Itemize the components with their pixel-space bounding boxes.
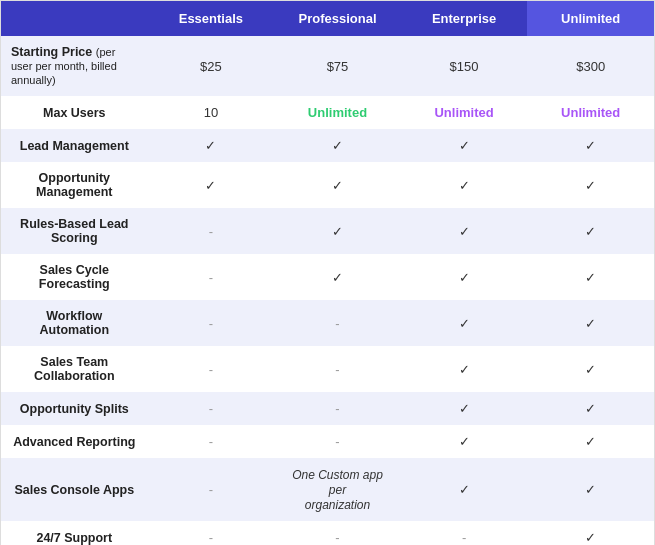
table-row: Workflow Automation--✓✓ [1,300,654,346]
header-enterprise: Enterprise [401,1,528,36]
essentials-cell: - [148,346,275,392]
table-row: Starting Price (per user per month, bill… [1,36,654,96]
professional-cell: - [274,392,401,425]
feature-cell: Starting Price (per user per month, bill… [1,36,148,96]
essentials-cell: - [148,208,275,254]
enterprise-cell: ✓ [401,346,528,392]
feature-cell: Rules-Based Lead Scoring [1,208,148,254]
header-feature-col [1,1,148,36]
header-professional: Professional [274,1,401,36]
enterprise-cell: ✓ [401,458,528,521]
table-row: Sales Console Apps-One Custom app perorg… [1,458,654,521]
feature-cell: Sales Cycle Forecasting [1,254,148,300]
essentials-cell: - [148,458,275,521]
enterprise-cell: ✓ [401,300,528,346]
enterprise-cell: ✓ [401,208,528,254]
table-row: Lead Management✓✓✓✓ [1,129,654,162]
professional-cell: - [274,300,401,346]
table-row: Sales Team Collaboration--✓✓ [1,346,654,392]
enterprise-cell: - [401,521,528,545]
enterprise-cell: ✓ [401,425,528,458]
unlimited-cell: ✓ [527,129,654,162]
unlimited-cell: ✓ [527,346,654,392]
professional-cell: - [274,521,401,545]
table-row: Opportunity Management✓✓✓✓ [1,162,654,208]
pricing-table: Essentials Professional Enterprise Unlim… [0,0,655,545]
essentials-cell: $25 [148,36,275,96]
enterprise-cell: $150 [401,36,528,96]
unlimited-cell: ✓ [527,254,654,300]
enterprise-cell: Unlimited [401,96,528,129]
table-row: 24/7 Support---✓ [1,521,654,545]
unlimited-cell: ✓ [527,392,654,425]
enterprise-cell: ✓ [401,162,528,208]
unlimited-cell: $300 [527,36,654,96]
table-row: Max Users10UnlimitedUnlimitedUnlimited [1,96,654,129]
header-essentials: Essentials [148,1,275,36]
essentials-cell: - [148,425,275,458]
table-row: Sales Cycle Forecasting-✓✓✓ [1,254,654,300]
enterprise-cell: ✓ [401,129,528,162]
feature-cell: 24/7 Support [1,521,148,545]
essentials-cell: - [148,392,275,425]
professional-cell: - [274,425,401,458]
professional-cell: Unlimited [274,96,401,129]
essentials-cell: - [148,300,275,346]
professional-cell: ✓ [274,208,401,254]
feature-cell: Sales Team Collaboration [1,346,148,392]
table-row: Opportunity Splits--✓✓ [1,392,654,425]
essentials-cell: ✓ [148,129,275,162]
professional-cell: - [274,346,401,392]
table-row: Advanced Reporting--✓✓ [1,425,654,458]
unlimited-cell: ✓ [527,208,654,254]
unlimited-cell: ✓ [527,425,654,458]
feature-cell: Opportunity Management [1,162,148,208]
unlimited-cell: Unlimited [527,96,654,129]
professional-cell: One Custom app perorganization [274,458,401,521]
unlimited-cell: ✓ [527,162,654,208]
feature-cell: Advanced Reporting [1,425,148,458]
feature-cell: Max Users [1,96,148,129]
feature-cell: Opportunity Splits [1,392,148,425]
essentials-cell: ✓ [148,162,275,208]
professional-cell: $75 [274,36,401,96]
essentials-cell: - [148,254,275,300]
essentials-cell: - [148,521,275,545]
professional-cell: ✓ [274,129,401,162]
unlimited-cell: ✓ [527,521,654,545]
professional-cell: ✓ [274,254,401,300]
enterprise-cell: ✓ [401,392,528,425]
essentials-cell: 10 [148,96,275,129]
table-row: Rules-Based Lead Scoring-✓✓✓ [1,208,654,254]
header-unlimited: Unlimited [527,1,654,36]
unlimited-cell: ✓ [527,458,654,521]
feature-cell: Workflow Automation [1,300,148,346]
professional-cell: ✓ [274,162,401,208]
enterprise-cell: ✓ [401,254,528,300]
feature-cell: Sales Console Apps [1,458,148,521]
unlimited-cell: ✓ [527,300,654,346]
feature-cell: Lead Management [1,129,148,162]
